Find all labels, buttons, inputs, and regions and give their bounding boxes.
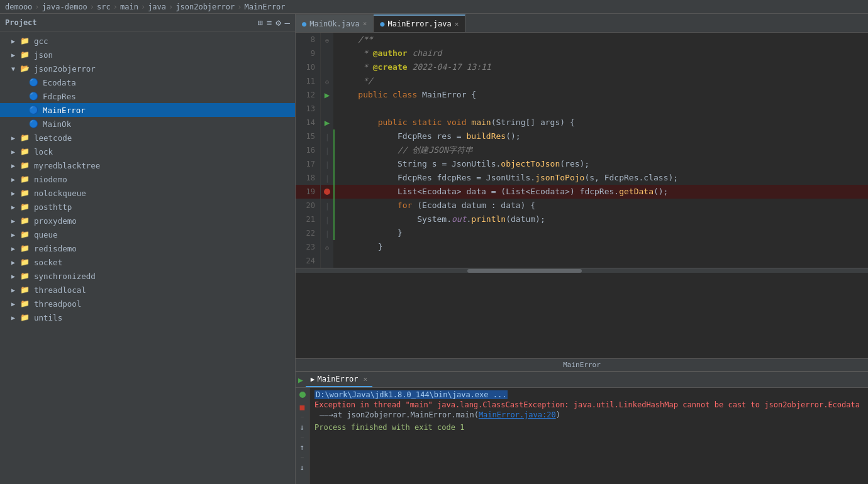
editor-status-label: MainError xyxy=(563,361,601,369)
folder-icon: 📁 xyxy=(20,285,31,294)
tree-item-label: queue xyxy=(34,230,58,239)
sidebar-item-json2objerror[interactable]: ▼ 📂 json2objerror xyxy=(0,62,295,75)
tree-arrow: ▶ xyxy=(11,162,20,169)
java-file-tab-icon: ● xyxy=(380,19,384,28)
sidebar-item-lock[interactable]: ▶ 📁 lock xyxy=(0,145,295,158)
sidebar-item-gcc[interactable]: ▶ 📁 gcc xyxy=(0,34,295,48)
run-icon[interactable]: ▶ xyxy=(325,90,330,100)
fold-icon[interactable]: ⊖ xyxy=(325,245,329,251)
tree-item-label: socket xyxy=(34,258,62,267)
tree-item-label: synchronizedd xyxy=(34,272,96,281)
code-editor[interactable]: 8 ⊖ /** 9 * @author chaird xyxy=(296,33,868,358)
tab-mainok[interactable]: ● MainOk.java × xyxy=(296,14,374,32)
line-gutter xyxy=(321,102,333,116)
sidebar-item-leetcode[interactable]: ▶ 📁 leetcode xyxy=(0,131,295,145)
folder-icon: 📁 xyxy=(20,299,31,308)
sidebar-item-niodemo[interactable]: ▶ 📁 niodemo xyxy=(0,172,295,186)
sidebar-item-mainok[interactable]: ▶ 🔵 MainOk xyxy=(0,117,295,131)
sidebar-item-proxydemo[interactable]: ▶ 📁 proxydemo xyxy=(0,214,295,228)
scrollbar-thumb[interactable] xyxy=(467,269,582,273)
horizontal-scrollbar[interactable] xyxy=(296,268,868,273)
error-line: Exception in thread "main" java.lang.Cla… xyxy=(314,400,863,409)
line-content: */ xyxy=(333,74,868,88)
sidebar-item-mainerror[interactable]: ▶ 🔵 MainError xyxy=(0,103,295,117)
tab-close-mainerror[interactable]: × xyxy=(455,20,459,28)
breadcrumb-sep: › xyxy=(141,3,145,11)
layout-icon[interactable]: ⊞ xyxy=(257,18,262,28)
sidebar-item-queue[interactable]: ▶ 📁 queue xyxy=(0,228,295,241)
tree-item-label: posthttp xyxy=(34,202,72,212)
sidebar-item-myredblacktree[interactable]: ▶ 📁 myredblacktree xyxy=(0,158,295,172)
line-gutter: │ xyxy=(321,226,333,240)
tree-item-label: redisdemo xyxy=(34,244,77,253)
run-icon: ▶ xyxy=(298,375,303,385)
sidebar-item-socket[interactable]: ▶ 📁 socket xyxy=(0,255,295,269)
tab-bar: ● MainOk.java × ● MainError.java × xyxy=(296,14,868,33)
line-gutter: ⊖ xyxy=(321,74,333,88)
tree-item-label: untils xyxy=(34,313,62,322)
minimize-icon[interactable]: — xyxy=(285,18,290,28)
arrow-down-icon[interactable]: ↓ xyxy=(300,422,305,432)
sidebar-item-threadlocal[interactable]: ▶ 📁 threadlocal xyxy=(0,283,295,297)
breakpoint-icon[interactable] xyxy=(324,189,330,195)
code-line-17: 17 │ String s = JsonUtils.objectToJson(r… xyxy=(296,157,868,171)
sidebar-item-threadpool[interactable]: ▶ 📁 threadpool xyxy=(0,297,295,311)
line-number: 9 xyxy=(296,47,321,60)
cmd-path: D:\work\Java\jdk1.8.0_144\bin\java.exe .… xyxy=(314,390,508,399)
sidebar-item-untils[interactable]: ▶ 📁 untils xyxy=(0,311,295,324)
folder-icon: 📁 xyxy=(20,133,31,142)
folder-icon: 📁 xyxy=(20,202,31,211)
gear-icon[interactable]: ⚙ xyxy=(275,18,281,28)
fold-line: │ xyxy=(325,175,329,182)
sidebar-item-redisdemo[interactable]: ▶ 📁 redisdemo xyxy=(0,241,295,255)
run-tab-icon: ▶ xyxy=(311,375,315,383)
arrow-up-icon[interactable]: ↑ xyxy=(300,443,305,452)
sidebar-item-json[interactable]: ▶ 📁 json xyxy=(0,48,295,62)
tree-item-label: lock xyxy=(34,147,53,157)
breadcrumb-sep: › xyxy=(237,3,242,11)
line-content: public class MainError { xyxy=(333,88,868,102)
sidebar-item-nolockqueue[interactable]: ▶ 📁 nolockqueue xyxy=(0,186,295,200)
folder-icon-open: 📂 xyxy=(20,64,31,73)
breadcrumb-sep: › xyxy=(90,3,94,11)
line-content: // 创建JSON字符串 xyxy=(333,143,868,157)
at-suffix: ) xyxy=(556,410,560,419)
fold-icon[interactable]: ⊖ xyxy=(325,37,329,44)
sidebar-item-ecodata[interactable]: ▶ 🔵 Ecodata xyxy=(0,75,295,89)
line-content xyxy=(333,254,868,268)
run-icon[interactable]: ▶ xyxy=(325,118,330,128)
tab-close-mainok[interactable]: × xyxy=(363,19,367,28)
settings-expand-icon[interactable]: ≡ xyxy=(267,18,272,28)
fold-icon[interactable]: ⊖ xyxy=(325,79,329,85)
tree-arrow: ▶ xyxy=(11,148,20,155)
java-file-tab-icon: ● xyxy=(302,19,306,28)
line-gutter xyxy=(321,185,333,199)
tree-item-label: json2objerror xyxy=(34,64,96,74)
editor-status-bar: MainError xyxy=(296,358,868,371)
arrow-down2-icon[interactable]: ↓ xyxy=(300,463,305,472)
bottom-panel-content: D:\work\Java\jdk1.8.0_144\bin\java.exe .… xyxy=(309,388,868,484)
java-file-icon: 🔵 xyxy=(29,106,40,114)
run-tab[interactable]: ▶ MainError × xyxy=(306,372,372,387)
sidebar-item-fdcpres[interactable]: ▶ 🔵 FdcpRes xyxy=(0,89,295,103)
stop-icon[interactable]: ■ xyxy=(300,402,305,412)
tab-mainerror[interactable]: ● MainError.java × xyxy=(374,14,465,32)
line-content: public static void main(String[] args) { xyxy=(333,116,868,129)
line-gutter: ⊖ xyxy=(321,240,333,254)
code-line-19: 19 List<Ecodata> data = (List<Ecodata>) … xyxy=(296,185,868,199)
line-content: FdcpRes res = buildRes(); xyxy=(333,129,868,143)
process-line: Process finished with exit code 1 xyxy=(314,423,863,432)
line-content: /** xyxy=(333,33,868,47)
breadcrumb-item: java xyxy=(148,3,166,11)
sidebar-item-synchronizedd[interactable]: ▶ 📁 synchronizedd xyxy=(0,269,295,283)
line-gutter: │ xyxy=(321,129,333,143)
breadcrumb-sep: › xyxy=(113,3,118,11)
line-number: 19 xyxy=(296,185,321,199)
code-line-21: 21 │ System.out.println(datum); xyxy=(296,212,868,226)
sidebar-item-posthttp[interactable]: ▶ 📁 posthttp xyxy=(0,200,295,214)
code-line-13: 13 xyxy=(296,102,868,116)
code-line-9: 9 * @author chaird xyxy=(296,47,868,60)
at-link[interactable]: MainError.java:20 xyxy=(479,410,556,419)
run-tab-close[interactable]: × xyxy=(363,375,367,383)
line-gutter: │ xyxy=(321,157,333,171)
